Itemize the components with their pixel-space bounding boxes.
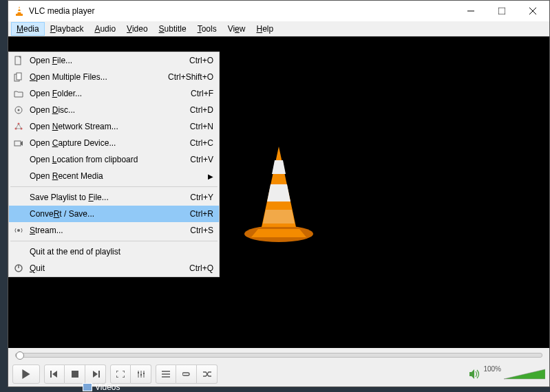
svg-marker-26: [267, 184, 290, 202]
menu-item-save-playlist-to-file[interactable]: Save Playlist to File...Ctrl+Y: [9, 189, 219, 206]
menu-item-open-folder[interactable]: Open Folder...Ctrl+F: [9, 85, 219, 102]
random-button[interactable]: [197, 364, 218, 384]
stop-button[interactable]: [65, 364, 85, 384]
videos-folder-icon: [83, 383, 92, 391]
previous-button[interactable]: [44, 364, 65, 384]
menu-item-label: Open Capture Device...: [30, 138, 183, 148]
next-button[interactable]: [85, 364, 106, 384]
capture-icon: [12, 138, 25, 149]
svg-rect-11: [17, 73, 21, 80]
seek-thumb[interactable]: [16, 351, 24, 360]
menu-item-quit[interactable]: QuitCtrl+Q: [9, 260, 219, 276]
loop-button[interactable]: [176, 364, 197, 384]
svg-rect-17: [14, 141, 21, 146]
maximize-button[interactable]: [486, 1, 517, 21]
svg-rect-8: [15, 56, 21, 65]
menu-video[interactable]: Video: [121, 22, 153, 36]
disc-icon: [12, 105, 25, 116]
window-title: VLC media player: [29, 6, 455, 16]
menu-item-shortcut: Ctrl+N: [190, 122, 213, 131]
menu-media[interactable]: Media: [11, 22, 45, 36]
submenu-arrow-icon: ▶: [208, 173, 213, 180]
menubar: Media Playback Audio Video Subtitle Tool…: [8, 21, 549, 36]
menu-item-quit-at-the-end-of-playlist[interactable]: Quit at the end of playlist: [9, 243, 219, 260]
menu-item-label: Quit at the end of playlist: [30, 247, 213, 257]
extended-settings-button[interactable]: [131, 364, 151, 384]
svg-rect-2: [18, 8, 21, 10]
svg-marker-25: [272, 160, 286, 174]
menu-audio[interactable]: Audio: [89, 22, 121, 36]
svg-marker-44: [504, 369, 545, 379]
menu-item-label: Save Playlist to File...: [30, 193, 183, 202]
svg-marker-23: [251, 229, 306, 237]
menu-playback[interactable]: Playback: [45, 22, 89, 36]
menu-item-label: Quit: [30, 263, 182, 273]
menu-item-stream[interactable]: Stream...Ctrl+S: [9, 222, 219, 239]
svg-rect-5: [498, 8, 505, 14]
titlebar: VLC media player: [8, 1, 549, 21]
volume-percent: 100%: [483, 365, 501, 373]
blank-icon: [12, 208, 25, 219]
menu-item-label: Open Multiple Files...: [30, 72, 161, 82]
taskbar-item[interactable]: Videos: [83, 382, 120, 392]
close-button[interactable]: [517, 1, 548, 21]
menu-item-shortcut: Ctrl+Shift+O: [168, 72, 213, 82]
svg-rect-37: [138, 372, 139, 373]
menu-item-shortcut: Ctrl+V: [190, 155, 213, 164]
menu-item-label: Open Recent Media: [30, 171, 201, 181]
stream-icon: [12, 225, 25, 236]
menu-item-open-location-from-clipboard[interactable]: Open Location from clipboardCtrl+V: [9, 151, 219, 168]
svg-marker-43: [469, 369, 474, 379]
seekbar[interactable]: [8, 348, 549, 362]
file-icon: [12, 55, 25, 66]
volume-slider[interactable]: [504, 368, 545, 380]
menu-item-shortcut: Ctrl+Q: [189, 263, 213, 273]
play-button[interactable]: [12, 364, 40, 384]
menu-item-label: Open Disc...: [30, 105, 183, 115]
menu-view[interactable]: View: [222, 22, 251, 36]
files-icon: [12, 72, 25, 83]
fullscreen-button[interactable]: [110, 364, 131, 384]
menu-item-open-file[interactable]: Open File...Ctrl+O: [9, 52, 219, 69]
svg-marker-27: [263, 210, 295, 224]
menu-item-label: ConveRt / Save...: [30, 209, 183, 219]
video-area: Open File...Ctrl+OOpen Multiple Files...…: [8, 36, 549, 348]
menu-tools[interactable]: Tools: [192, 22, 222, 36]
menu-item-open-recent-media[interactable]: Open Recent Media▶: [9, 168, 219, 184]
svg-rect-38: [140, 374, 142, 375]
menu-item-shortcut: Ctrl+O: [189, 56, 213, 65]
speaker-icon: [469, 369, 480, 379]
volume-control[interactable]: 100%: [469, 368, 545, 380]
menu-item-shortcut: Ctrl+S: [190, 226, 213, 235]
menu-item-open-capture-device[interactable]: Open Capture Device...Ctrl+C: [9, 135, 219, 151]
menu-item-shortcut: Ctrl+R: [190, 209, 213, 219]
menu-item-shortcut: Ctrl+Y: [190, 193, 213, 202]
svg-marker-30: [52, 371, 57, 378]
menu-item-label: Open Folder...: [30, 89, 184, 98]
menu-item-shortcut: Ctrl+F: [191, 89, 213, 98]
menu-item-open-multiple-files[interactable]: Open Multiple Files...Ctrl+Shift+O: [9, 69, 219, 85]
menu-subtitle[interactable]: Subtitle: [154, 22, 192, 36]
app-window: VLC media player Media Playback Audio Vi…: [8, 0, 550, 387]
minimize-button[interactable]: [455, 1, 486, 21]
svg-marker-32: [93, 371, 98, 378]
svg-point-19: [17, 229, 20, 232]
blank-icon: [12, 154, 25, 165]
media-dropdown: Open File...Ctrl+OOpen Multiple Files...…: [8, 52, 220, 277]
playlist-button[interactable]: [156, 364, 176, 384]
menu-separator: [10, 241, 218, 241]
network-icon: [12, 121, 25, 132]
menu-item-shortcut: Ctrl+C: [190, 138, 213, 148]
vlc-logo-icon: [237, 141, 320, 244]
menu-item-label: Open Network Stream...: [30, 122, 183, 131]
svg-rect-1: [16, 14, 23, 16]
quit-icon: [12, 263, 25, 274]
menu-item-label: Open File...: [30, 56, 182, 65]
menu-item-convert-save[interactable]: ConveRt / Save...Ctrl+R: [9, 206, 219, 222]
svg-rect-39: [143, 373, 145, 374]
menu-item-open-network-stream[interactable]: Open Network Stream...Ctrl+N: [9, 118, 219, 135]
menu-item-open-disc[interactable]: Open Disc...Ctrl+D: [9, 102, 219, 118]
svg-marker-0: [17, 6, 21, 14]
menu-item-shortcut: Ctrl+D: [190, 105, 213, 115]
menu-help[interactable]: Help: [251, 22, 279, 36]
